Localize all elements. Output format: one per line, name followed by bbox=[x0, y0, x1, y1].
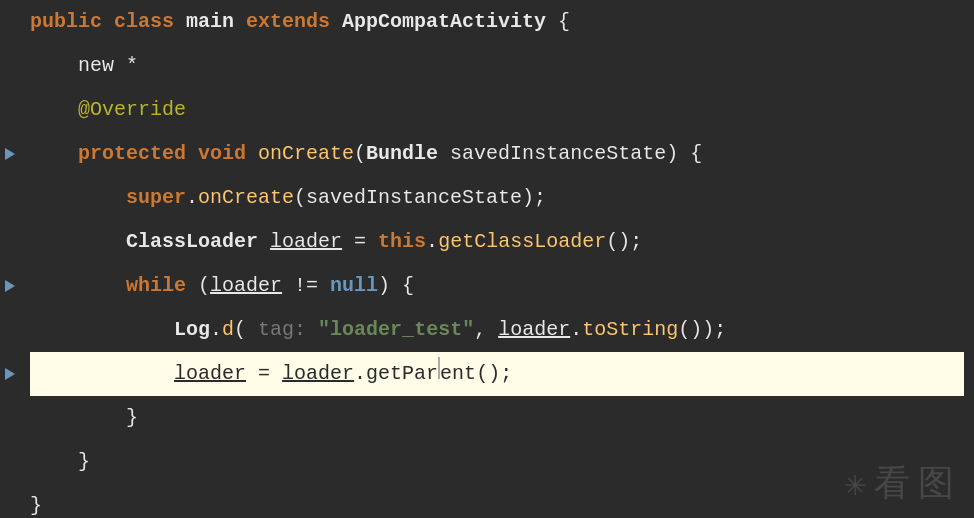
keyword-super: super bbox=[126, 176, 186, 220]
classname-main: main bbox=[186, 0, 246, 44]
breakpoint-arrow-7 bbox=[5, 280, 15, 292]
indent-2 bbox=[30, 44, 78, 88]
code-line-3: @Override bbox=[30, 88, 964, 132]
method-getparent-2: ent bbox=[440, 352, 476, 396]
indent-7 bbox=[30, 264, 126, 308]
code-line-9: loader = loader.getParent(); bbox=[30, 352, 964, 396]
code-line-2: new * bbox=[30, 44, 964, 88]
gutter-line-5 bbox=[0, 176, 20, 220]
indent-11 bbox=[30, 440, 78, 484]
code-line-12: } bbox=[30, 484, 964, 518]
keyword-this-6: this bbox=[378, 220, 426, 264]
gutter-line-11 bbox=[0, 440, 20, 484]
param-type-bundle: Bundle bbox=[366, 132, 438, 176]
code-line-1: public class main extends AppCompatActiv… bbox=[30, 0, 964, 44]
keyword-class: class bbox=[114, 0, 186, 44]
param-hint-tag: tag: bbox=[258, 308, 318, 352]
space-6a bbox=[258, 220, 270, 264]
watermark-icon-1: ✳ bbox=[844, 462, 866, 506]
type-classloader: ClassLoader bbox=[126, 220, 258, 264]
gutter bbox=[0, 0, 20, 518]
new-star: new * bbox=[78, 44, 138, 88]
keyword-while: while bbox=[126, 264, 198, 308]
var-loader-9a: loader bbox=[174, 352, 246, 396]
paren-open-4: ( bbox=[354, 132, 366, 176]
code-line-8: Log.d( tag: "loader_test", loader.toStri… bbox=[30, 308, 964, 352]
assign-9: = bbox=[246, 352, 282, 396]
watermark: ✳ 看 图 bbox=[844, 459, 954, 508]
gutter-line-4 bbox=[0, 132, 20, 176]
method-oncreate-super: onCreate bbox=[198, 176, 294, 220]
args-5: (savedInstanceState); bbox=[294, 176, 546, 220]
code-line-10: } bbox=[30, 396, 964, 440]
code-line-4: protected void onCreate(Bundle savedInst… bbox=[30, 132, 964, 176]
indent-4 bbox=[30, 132, 78, 176]
code-line-5: super.onCreate(savedInstanceState); bbox=[30, 176, 964, 220]
indent-3 bbox=[30, 88, 78, 132]
keyword-void: void bbox=[198, 132, 258, 176]
code-line-7: while (loader != null) { bbox=[30, 264, 964, 308]
gutter-line-10 bbox=[0, 396, 20, 440]
code-editor: public class main extends AppCompatActiv… bbox=[0, 0, 974, 518]
annotation-override: @Override bbox=[78, 88, 186, 132]
brace-close-10: } bbox=[126, 396, 138, 440]
method-tostring: toString bbox=[582, 308, 678, 352]
var-loader-6: loader bbox=[270, 220, 342, 264]
breakpoint-arrow-9 bbox=[5, 368, 15, 380]
gutter-line-7 bbox=[0, 264, 20, 308]
keyword-extends: extends bbox=[246, 0, 342, 44]
indent-6 bbox=[30, 220, 126, 264]
classname-appcompat: AppCompatActivity bbox=[342, 0, 558, 44]
gutter-line-8 bbox=[0, 308, 20, 352]
gutter-line-1 bbox=[0, 0, 20, 44]
brace-open: { bbox=[558, 0, 570, 44]
assign-6: = bbox=[342, 220, 378, 264]
method-log-d: d bbox=[222, 308, 234, 352]
call-end-6: (); bbox=[606, 220, 642, 264]
method-oncreate: onCreate bbox=[258, 132, 354, 176]
code-line-6: ClassLoader loader = this.getClassLoader… bbox=[30, 220, 964, 264]
call-end-9: (); bbox=[476, 352, 512, 396]
gutter-line-9 bbox=[0, 352, 20, 396]
method-getparent: getPar bbox=[366, 352, 438, 396]
var-loader-7: loader bbox=[210, 264, 282, 308]
code-content[interactable]: public class main extends AppCompatActiv… bbox=[20, 0, 974, 518]
breakpoint-arrow-4 bbox=[5, 148, 15, 160]
indent-9 bbox=[30, 352, 174, 396]
dot-8b: . bbox=[570, 308, 582, 352]
paren-open-7: ( bbox=[198, 264, 210, 308]
indent-8 bbox=[30, 308, 174, 352]
var-loader-8: loader bbox=[498, 308, 570, 352]
gutter-line-12 bbox=[0, 484, 20, 518]
class-log: Log bbox=[174, 308, 210, 352]
paren-open-8: ( bbox=[234, 308, 258, 352]
dot-5a: . bbox=[186, 176, 198, 220]
brace-close-12: } bbox=[30, 484, 42, 518]
var-loader-9b: loader bbox=[282, 352, 354, 396]
gutter-line-3 bbox=[0, 88, 20, 132]
call-end-8: ()); bbox=[678, 308, 726, 352]
code-line-11: } bbox=[30, 440, 964, 484]
keyword-public: public bbox=[30, 0, 114, 44]
string-loader-test: "loader_test" bbox=[318, 308, 474, 352]
keyword-protected: protected bbox=[78, 132, 198, 176]
watermark-icon-2: 看 bbox=[874, 459, 910, 508]
paren-close-7: ) { bbox=[378, 264, 414, 308]
brace-close-11: } bbox=[78, 440, 90, 484]
dot-6: . bbox=[426, 220, 438, 264]
neq: != bbox=[282, 264, 330, 308]
keyword-null: null bbox=[330, 264, 378, 308]
dot-8: . bbox=[210, 308, 222, 352]
gutter-line-6 bbox=[0, 220, 20, 264]
gutter-line-2 bbox=[0, 44, 20, 88]
indent-5 bbox=[30, 176, 126, 220]
comma-8: , bbox=[474, 308, 498, 352]
param-name-sis: savedInstanceState) { bbox=[438, 132, 702, 176]
dot-9: . bbox=[354, 352, 366, 396]
watermark-icon-3: 图 bbox=[918, 459, 954, 508]
indent-10 bbox=[30, 396, 126, 440]
method-getclassloader: getClassLoader bbox=[438, 220, 606, 264]
